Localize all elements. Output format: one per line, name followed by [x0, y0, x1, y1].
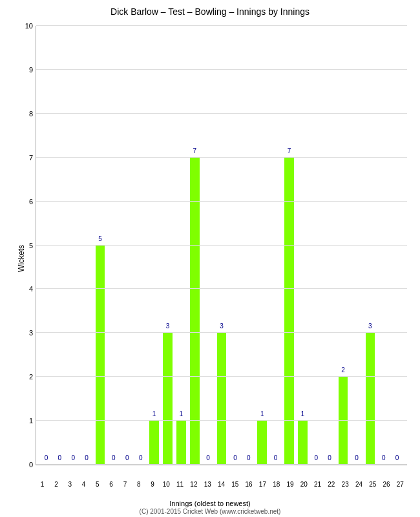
x-axis-label: 19 — [283, 481, 297, 488]
x-axis-label: 25 — [366, 481, 379, 488]
bar-group: 0 — [269, 26, 282, 465]
bar-group: 1 — [296, 26, 310, 465]
bar-group: 7 — [188, 26, 202, 465]
bar-value-label: 7 — [193, 147, 196, 154]
x-axis-label: 9 — [145, 481, 159, 488]
bar-value-label: 0 — [314, 454, 318, 461]
bar-group: 7 — [282, 26, 296, 465]
grid-line — [36, 157, 407, 158]
bar: 3 — [366, 333, 375, 465]
bars-wrapper: 000050001317030010710020300 — [36, 26, 407, 465]
chart-area: 000050001317030010710020300 012345678910 — [36, 26, 407, 465]
bar-group: 1 — [174, 26, 188, 465]
grid-line — [36, 464, 407, 465]
grid-line — [36, 332, 407, 333]
x-axis-label: 12 — [187, 481, 200, 488]
x-axis-label: 14 — [215, 481, 228, 488]
grid-line — [36, 420, 407, 421]
bar-group: 3 — [161, 26, 174, 465]
y-axis-label: 1 — [17, 417, 33, 425]
y-axis-label: 6 — [17, 198, 33, 206]
x-axis-label: 4 — [77, 481, 90, 488]
bar-value-label: 0 — [382, 454, 386, 461]
grid-line — [36, 25, 407, 26]
x-axis-label: 27 — [394, 481, 407, 488]
bar-group: 1 — [147, 26, 161, 465]
bar: 1 — [176, 421, 186, 465]
bar: 5 — [96, 246, 105, 465]
y-axis-label: 3 — [17, 329, 33, 337]
bar-group: 0 — [310, 26, 323, 465]
x-axis-label: 6 — [104, 481, 118, 488]
bar-value-label: 0 — [139, 454, 143, 461]
x-axis-label: 13 — [201, 481, 215, 488]
bar-group: 0 — [67, 26, 80, 465]
x-axis-label: 15 — [228, 481, 242, 488]
grid-line — [36, 113, 407, 114]
bar-value-label: 5 — [98, 235, 102, 242]
bar-value-label: 0 — [71, 454, 75, 461]
bar-group: 5 — [94, 26, 107, 465]
bar: 1 — [257, 421, 267, 465]
bar-group: 0 — [377, 26, 390, 465]
x-axis-label: 2 — [49, 481, 63, 488]
bar-value-label: 1 — [152, 410, 156, 417]
x-axis-label: 10 — [160, 481, 173, 488]
bar-value-label: 0 — [45, 454, 48, 461]
y-axis-label: 5 — [17, 242, 33, 249]
y-axis-label: 0 — [17, 461, 33, 469]
grid-line — [36, 376, 407, 377]
bar-value-label: 7 — [288, 147, 291, 154]
bar-value-label: 0 — [395, 454, 399, 461]
copyright: (C) 2001-2015 Cricket Web (www.cricketwe… — [0, 508, 420, 515]
bar-group: 0 — [120, 26, 134, 465]
bar-value-label: 0 — [58, 454, 62, 461]
bar-value-label: 0 — [355, 454, 359, 461]
bar-value-label: 0 — [274, 454, 278, 461]
x-axis-label: 21 — [311, 481, 324, 488]
bar-value-label: 0 — [328, 454, 331, 461]
bar-group: 0 — [323, 26, 337, 465]
x-axis-label: 8 — [132, 481, 145, 488]
bar-group: 2 — [337, 26, 350, 465]
bar: 3 — [163, 333, 173, 465]
x-axis-label: 3 — [63, 481, 77, 488]
bar-group: 3 — [363, 26, 377, 465]
y-axis-label: 9 — [17, 66, 33, 74]
bar-value-label: 0 — [112, 454, 116, 461]
y-axis-label: 2 — [17, 373, 33, 381]
grid-line — [36, 201, 407, 202]
x-labels-container: 1234567891011121314151617181920212223242… — [36, 481, 407, 488]
bar-group: 0 — [242, 26, 255, 465]
bar: 3 — [217, 333, 227, 465]
bar-group: 0 — [350, 26, 363, 465]
x-axis-label: 7 — [118, 481, 132, 488]
bar-group: 1 — [255, 26, 269, 465]
bar-value-label: 0 — [206, 454, 210, 461]
bar-value-label: 3 — [166, 322, 170, 330]
bar: 7 — [284, 158, 294, 465]
y-axis-label: 8 — [17, 110, 33, 118]
bar-value-label: 3 — [368, 322, 372, 330]
x-axis-label: 20 — [297, 481, 311, 488]
bar: 1 — [149, 421, 159, 465]
bar-value-label: 1 — [301, 410, 305, 417]
bar-group: 3 — [215, 26, 229, 465]
bar-group: 0 — [228, 26, 242, 465]
bar-value-label: 3 — [220, 322, 224, 330]
bar-value-label: 1 — [180, 410, 184, 417]
chart-container: Dick Barlow – Test – Bowling – Innings b… — [0, 0, 420, 517]
y-axis-label: 10 — [17, 22, 33, 30]
bar-value-label: 2 — [341, 366, 345, 374]
x-axis-label: 5 — [90, 481, 104, 488]
bar-value-label: 1 — [260, 410, 264, 417]
x-axis-title: Innings (oldest to newest) — [0, 500, 420, 507]
bar: 7 — [190, 158, 200, 465]
bar-value-label: 0 — [247, 454, 251, 461]
x-axis-label: 1 — [36, 481, 49, 488]
grid-line — [36, 245, 407, 246]
y-axis-label: 4 — [17, 285, 33, 293]
bar-group: 0 — [107, 26, 120, 465]
grid-line — [36, 288, 407, 289]
bar-group: 0 — [80, 26, 94, 465]
